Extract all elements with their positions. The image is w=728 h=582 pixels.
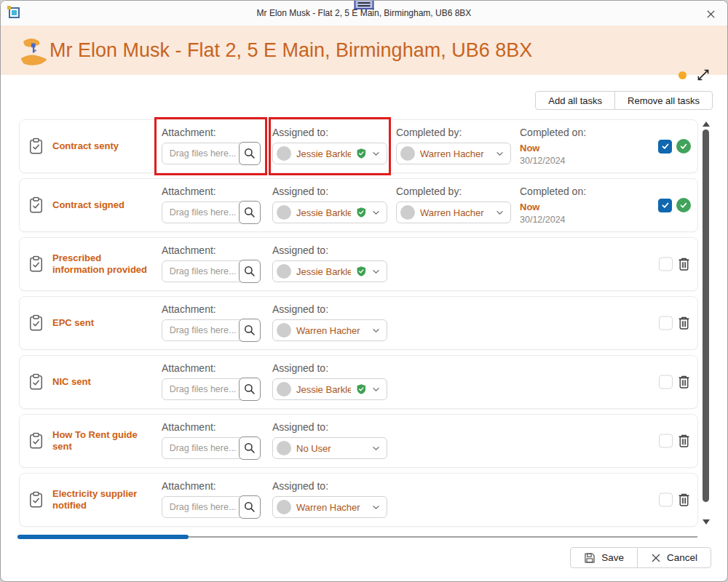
- browse-files-button[interactable]: [239, 319, 261, 342]
- scroll-up-arrow-icon[interactable]: [703, 121, 710, 127]
- delete-task-button[interactable]: [677, 375, 691, 389]
- footer: Save Cancel: [570, 547, 711, 568]
- completed-by-user-name: Warren Hacher: [420, 148, 484, 159]
- task-row: EPC sent Attachment: Assigned to: Warren…: [19, 296, 698, 350]
- add-all-tasks-button[interactable]: Add all tasks: [535, 91, 615, 110]
- scroll-down-arrow-icon[interactable]: [703, 519, 710, 525]
- task-title: EPC sent: [52, 317, 149, 329]
- assigned-to-label: Assigned to:: [272, 480, 387, 492]
- completed-by-dropdown[interactable]: Warren Hacher: [396, 202, 511, 223]
- chevron-down-icon: [372, 446, 380, 451]
- task-complete-checkbox[interactable]: [659, 375, 673, 389]
- expand-button[interactable]: [695, 67, 711, 83]
- browse-files-button[interactable]: [239, 436, 261, 460]
- delete-task-button[interactable]: [677, 316, 691, 330]
- assigned-user-name: Jessie Barkle: [296, 266, 351, 277]
- task-complete-checkbox[interactable]: [659, 493, 673, 507]
- assigned-to-field: Assigned to: Jessie Barkle: [272, 186, 387, 223]
- task-complete-checkbox[interactable]: [658, 199, 672, 212]
- clipboard-check-icon: [29, 492, 43, 509]
- completed-on-date: 30/12/2024: [520, 156, 586, 166]
- checkmark-icon: [661, 201, 670, 210]
- vertical-scrollbar-thumb[interactable]: [703, 129, 709, 502]
- task-complete-checkbox[interactable]: [659, 258, 673, 271]
- attachment-label: Attachment:: [162, 421, 260, 433]
- chevron-down-icon: [496, 210, 504, 215]
- browse-files-button[interactable]: [239, 378, 261, 401]
- task-complete-checkbox[interactable]: [658, 140, 672, 154]
- assigned-to-field: Assigned to: No User: [272, 421, 387, 459]
- attachment-field: Attachment:: [162, 303, 260, 341]
- chevron-down-icon: [496, 151, 504, 156]
- hand-giving-key-icon: [18, 36, 49, 66]
- save-button[interactable]: Save: [570, 547, 638, 568]
- assigned-to-field: Assigned to: Warren Hacher: [272, 303, 387, 341]
- attachment-field: Attachment:: [162, 244, 260, 282]
- diagonal-resize-icon: [695, 67, 711, 83]
- chevron-down-icon: [372, 328, 380, 333]
- verified-shield-icon: [356, 207, 367, 218]
- assigned-to-label: Assigned to:: [272, 421, 387, 433]
- app-window: Mr Elon Musk - Flat 2, 5 E Main, Birming…: [0, 0, 728, 582]
- task-title: How To Rent guide sent: [52, 429, 149, 453]
- task-row: How To Rent guide sent Attachment: Assig…: [19, 414, 698, 468]
- attachment-label: Attachment:: [162, 362, 260, 374]
- chevron-down-icon: [372, 269, 380, 274]
- assigned-to-dropdown[interactable]: Jessie Barkle: [272, 378, 387, 400]
- assigned-to-dropdown[interactable]: No User: [272, 437, 387, 459]
- completed-on-field: Completed on: Now 30/12/2024: [520, 186, 586, 225]
- completed-by-field: Completed by: Warren Hacher: [396, 186, 511, 223]
- avatar: [400, 146, 415, 161]
- attachment-field: Attachment:: [162, 421, 260, 459]
- drag-grip-handle[interactable]: [355, 1, 374, 9]
- task-complete-checkbox[interactable]: [659, 434, 673, 448]
- browse-files-button[interactable]: [239, 260, 261, 283]
- assigned-user-name: No User: [296, 443, 331, 454]
- delete-task-button[interactable]: [677, 434, 691, 448]
- assigned-to-field: Assigned to: Jessie Barkle: [272, 362, 387, 400]
- page-title: Mr Elon Musk - Flat 2, 5 E Main, Birming…: [50, 25, 532, 75]
- assigned-to-label: Assigned to:: [272, 244, 387, 256]
- clipboard-check-icon: [29, 197, 43, 214]
- task-title: NIC sent: [52, 376, 149, 388]
- search-icon: [244, 266, 256, 277]
- close-button[interactable]: [703, 7, 719, 21]
- vertical-scrollbar[interactable]: [701, 119, 711, 527]
- verified-shield-icon: [356, 383, 367, 395]
- remove-all-tasks-button[interactable]: Remove all tasks: [614, 91, 713, 110]
- task-row: Contract senty Attachment: Assigned to: …: [19, 119, 698, 173]
- clipboard-check-icon: [29, 256, 43, 273]
- completed-by-dropdown[interactable]: Warren Hacher: [396, 143, 511, 164]
- delete-task-button[interactable]: [677, 258, 691, 271]
- horizontal-scrollbar-thumb[interactable]: [17, 535, 189, 539]
- assigned-to-field: Assigned to: Jessie Barkle: [272, 244, 387, 282]
- chevron-down-icon: [372, 210, 380, 215]
- assigned-to-label: Assigned to:: [272, 303, 387, 315]
- trash-icon: [678, 434, 690, 448]
- horizontal-scrollbar[interactable]: [17, 535, 697, 539]
- assigned-to-dropdown[interactable]: Warren Hacher: [272, 496, 387, 518]
- assigned-to-dropdown[interactable]: Jessie Barkle: [272, 202, 387, 223]
- task-row: Electricity supplier notified Attachment…: [19, 473, 698, 527]
- trash-icon: [678, 258, 690, 271]
- delete-task-button[interactable]: [677, 493, 691, 507]
- cancel-button[interactable]: Cancel: [637, 547, 711, 568]
- check-circle-icon: [676, 139, 691, 154]
- assigned-to-dropdown[interactable]: Warren Hacher: [272, 319, 387, 341]
- completed-on-value: Now: [520, 143, 586, 154]
- attachment-label: Attachment:: [162, 303, 260, 315]
- screen: Mr Elon Musk - Flat 2, 5 E Main, Birming…: [0, 0, 728, 582]
- task-complete-checkbox[interactable]: [659, 316, 673, 330]
- avatar: [277, 205, 291, 220]
- browse-files-button[interactable]: [239, 201, 261, 224]
- save-button-label: Save: [601, 552, 624, 563]
- assigned-to-label: Assigned to:: [272, 362, 387, 374]
- attachment-field: Attachment:: [162, 362, 260, 400]
- checkmark-icon: [661, 142, 670, 151]
- assigned-to-label: Assigned to:: [272, 186, 387, 197]
- browse-files-button[interactable]: [239, 495, 261, 519]
- assigned-user-name: Warren Hacher: [296, 502, 360, 513]
- assigned-to-dropdown[interactable]: Jessie Barkle: [272, 260, 387, 282]
- avatar: [277, 323, 291, 338]
- completed-on-label: Completed on:: [520, 186, 586, 197]
